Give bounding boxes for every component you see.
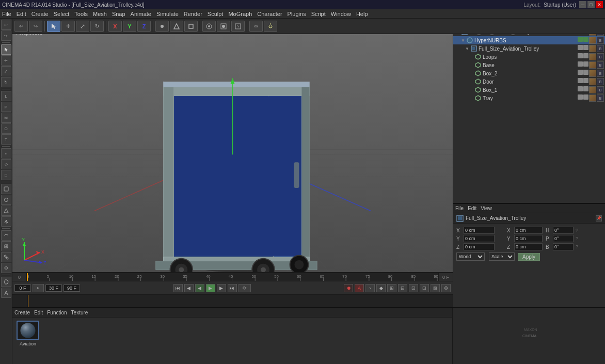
timeline-options-3[interactable]: ⊡ [409, 284, 418, 292]
tool-i[interactable] [1, 277, 11, 287]
menu-mesh[interactable]: Mesh [93, 11, 107, 17]
redo-button[interactable]: ↪ [1, 30, 11, 41]
mat-menu-texture[interactable]: Texture [71, 310, 88, 315]
menu-create[interactable]: Create [31, 11, 49, 17]
tool-d[interactable] [1, 216, 11, 227]
mat-menu-edit[interactable]: Edit [34, 310, 43, 315]
tb-object-snap[interactable]: ∞ [249, 21, 263, 32]
tb-move[interactable]: ✛ [61, 21, 75, 32]
tb-rotate[interactable]: ↻ [90, 21, 104, 32]
points-mode-button[interactable]: • [1, 148, 11, 159]
coord-px-input[interactable] [514, 227, 543, 234]
frame-end-input[interactable] [63, 284, 80, 292]
timeline-config[interactable]: ⚙ [441, 284, 451, 292]
tb-x-axis[interactable]: X [108, 21, 122, 32]
menu-mograph[interactable]: MoGraph [228, 11, 252, 17]
coord-h-input[interactable] [553, 227, 574, 234]
polys-mode-button[interactable]: □ [1, 170, 11, 180]
timeline-options-4[interactable]: ⊡ [420, 284, 429, 292]
tb-undo[interactable]: ↩ [14, 21, 28, 32]
tool-a[interactable] [1, 184, 11, 194]
close-button[interactable]: ✕ [596, 1, 603, 8]
menu-edit[interactable]: Edit [17, 11, 26, 17]
motion-path-button[interactable]: ~ [365, 284, 375, 292]
tb-polys[interactable] [184, 21, 198, 32]
loop-button[interactable]: ⟳ [238, 284, 251, 292]
coord-b-input[interactable] [553, 243, 574, 250]
obj-item-base[interactable]: Base B [453, 61, 605, 69]
key-options-button[interactable]: ◆ [376, 284, 386, 292]
texture-mode-button[interactable]: T [1, 134, 11, 145]
tb-edges[interactable] [170, 21, 183, 32]
mat-menu-function[interactable]: Function [47, 310, 67, 315]
tool-b[interactable] [1, 195, 11, 205]
coord-p-input[interactable] [553, 235, 574, 242]
menu-animate[interactable]: Animate [131, 11, 151, 17]
object-mode-button[interactable]: O [1, 123, 11, 134]
obj-item-hypernurbs[interactable]: ▼ HyperNURBS B [453, 36, 605, 44]
attr-menu-view[interactable]: View [481, 205, 492, 211]
timeline-options-2[interactable]: ⊟ [398, 284, 407, 292]
tool-e[interactable] [1, 230, 11, 241]
menu-snap[interactable]: Snap [112, 11, 125, 17]
viewport[interactable]: View Cameras Display Options Filter Pane… [12, 19, 453, 272]
attr-menu-edit[interactable]: Edit [468, 205, 476, 211]
material-aviation[interactable]: Aviation [15, 321, 40, 347]
coord-py-input[interactable] [514, 235, 543, 242]
tb-points[interactable] [155, 21, 169, 32]
playhead[interactable] [27, 273, 28, 281]
world-dropdown[interactable]: World Object [456, 252, 485, 261]
obj-item-tray[interactable]: Tray B [453, 94, 605, 102]
tb-viewport-render[interactable] [217, 21, 230, 32]
tb-z-axis[interactable]: Z [137, 21, 151, 32]
menu-render[interactable]: Render [184, 11, 202, 17]
step-back-button[interactable]: ◀ [184, 284, 194, 292]
tool-h[interactable] [1, 263, 11, 273]
coord-x-input[interactable] [464, 227, 495, 234]
menu-sculpt[interactable]: Sculpt [208, 11, 224, 17]
menu-plugins[interactable]: Plugins [288, 11, 306, 17]
tb-y-axis[interactable]: Y [123, 21, 136, 32]
tb-light[interactable] [264, 21, 277, 32]
tb-render-settings[interactable] [231, 21, 245, 32]
model-mode-button[interactable]: M [1, 113, 11, 123]
record-button[interactable]: ⏺ [344, 284, 353, 292]
edges-mode-button[interactable]: ◇ [1, 159, 11, 169]
menu-character[interactable]: Character [257, 11, 282, 17]
obj-item-box2[interactable]: Box_2 B [453, 69, 605, 77]
step-forward-button[interactable]: ◀ [195, 284, 204, 292]
timeline-options-5[interactable]: ⊠ [431, 284, 440, 292]
coord-y-input[interactable] [464, 235, 495, 242]
tool-g[interactable] [1, 252, 11, 262]
obj-toggle-trolley[interactable]: ▼ [465, 46, 470, 51]
move-tool-button[interactable]: ✛ [1, 55, 11, 66]
rotate-tool-button[interactable]: ↻ [1, 77, 11, 87]
menu-file[interactable]: File [2, 11, 11, 17]
tool-j[interactable] [1, 288, 11, 298]
scale-dropdown[interactable]: Scale [489, 252, 515, 261]
menu-tools[interactable]: Tools [74, 11, 88, 17]
menu-window[interactable]: Window [331, 11, 351, 17]
undo-button[interactable]: ↩ [1, 20, 11, 30]
attr-menu-file[interactable]: File [455, 205, 464, 211]
goto-end-button[interactable]: ⏭ [228, 284, 237, 292]
attr-pin-button[interactable]: 📌 [596, 215, 602, 221]
tool-c[interactable] [1, 205, 11, 216]
obj-item-trolley-sub[interactable]: ▼ Full_Size_Aviation_Trolley B [453, 44, 605, 53]
minimize-button[interactable]: ─ [579, 1, 586, 8]
play-button[interactable]: ▶ [206, 284, 215, 292]
live-select-button[interactable]: L [1, 91, 11, 101]
mat-menu-create[interactable]: Create [14, 310, 30, 315]
step-fwd-button[interactable]: ▶ [217, 284, 226, 292]
goto-start-button[interactable]: ⏮ [173, 284, 183, 292]
scale-tool-button[interactable]: ⤢ [1, 66, 11, 76]
frame-rate-input[interactable] [45, 284, 62, 292]
obj-toggle-nurbs[interactable]: ▼ [460, 38, 466, 43]
obj-item-box1[interactable]: Box_1 B [453, 86, 605, 94]
obj-item-door[interactable]: Door B [453, 77, 605, 86]
timeline-track[interactable] [12, 295, 453, 307]
current-frame-input[interactable] [14, 284, 31, 292]
ruler-marks[interactable]: 0 5 10 15 20 25 30 35 40 45 [27, 273, 438, 281]
menu-simulate[interactable]: Simulate [156, 11, 179, 17]
select-tool-button[interactable] [1, 44, 11, 55]
